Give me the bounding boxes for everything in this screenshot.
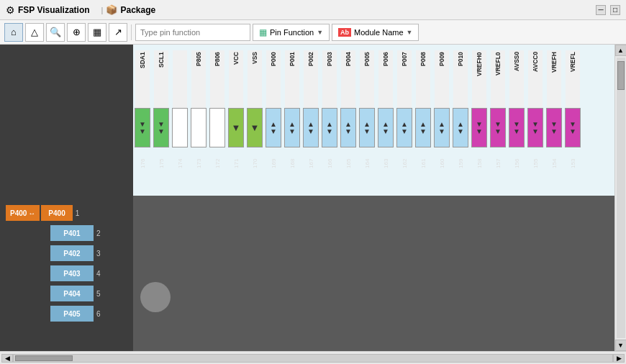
zoom-in-button[interactable]: 🔍 <box>46 23 65 42</box>
vscroll-up-button[interactable]: ▲ <box>615 45 627 56</box>
top-pin-col-176[interactable]: SDA1▼▼176 <box>134 50 151 180</box>
pin-body-171: ▼ <box>228 108 244 147</box>
top-pin-col-163[interactable]: P006▲▼163 <box>377 50 394 180</box>
pin-num-label-173: 173 <box>196 147 202 180</box>
top-pin-col-157[interactable]: VREFL0▼▼157 <box>489 50 507 180</box>
toolbar: ⌂ △ 🔍 ⊕ ▦ ↗ ▦ Pin Function ▼ Ab Module N… <box>0 20 626 45</box>
p405-pin[interactable]: P405 <box>50 306 94 322</box>
left-panel: P400 ↔ P400 1 P401 2 P402 3 <box>0 45 133 351</box>
top-pin-col-173[interactable]: P805173 <box>190 50 207 180</box>
top-pin-col-162[interactable]: P007▲▼162 <box>396 50 413 180</box>
pin-num-label-155: 155 <box>532 147 539 180</box>
pin-body-164: ▲▼ <box>359 108 375 147</box>
top-pin-col-166[interactable]: P003▲▼166 <box>321 50 338 180</box>
pin-num-label-169: 169 <box>271 147 277 180</box>
hscroll-right-button[interactable]: ▶ <box>613 354 625 363</box>
pin-arrow-165: ▲▼ <box>345 121 352 135</box>
pin-name-162: P007 <box>397 50 412 108</box>
top-pin-col-160[interactable]: P009▲▼160 <box>433 50 450 180</box>
pin-arrow-170: ▼ <box>250 123 260 132</box>
hscroll-left-button[interactable]: ◀ <box>1 354 13 363</box>
p404-pin[interactable]: P404 <box>50 286 94 301</box>
maximize-button[interactable]: □ <box>610 5 620 15</box>
home-button[interactable]: ⌂ <box>4 23 23 42</box>
vscroll-down-button[interactable]: ▼ <box>615 340 627 351</box>
top-pin-col-164[interactable]: P005▲▼164 <box>358 50 376 180</box>
p401-pin[interactable]: P401 <box>50 225 94 241</box>
pin-body-175: ▼▼ <box>153 108 169 147</box>
top-pin-col-161[interactable]: P008▲▼161 <box>414 50 432 180</box>
pin-name-156: AVSS0 <box>509 50 524 108</box>
top-pin-col-172[interactable]: P806172 <box>209 50 226 180</box>
pin-body-153: ▼▼ <box>565 108 581 147</box>
grid-button[interactable]: ▦ <box>88 23 106 42</box>
zoom-fit-button[interactable]: ⊕ <box>67 23 86 42</box>
pin-num-5: 5 <box>96 290 101 298</box>
horizontal-scrollbar[interactable]: ◀ ▶ <box>0 351 626 364</box>
top-pin-col-174[interactable]: 174 <box>171 50 189 180</box>
top-pin-col-171[interactable]: VCC▼171 <box>227 50 245 180</box>
pin-body-163: ▲▼ <box>378 108 394 147</box>
hscroll-track <box>13 354 613 363</box>
title-bar: ⚙ FSP Visualization | 📦 Package ─ □ <box>0 0 626 20</box>
pin-num-label-171: 171 <box>233 147 240 180</box>
top-pin-col-167[interactable]: P002▲▼167 <box>302 50 319 180</box>
pin-num-label-159: 159 <box>458 147 464 180</box>
corner-marker <box>140 282 171 312</box>
p400-box: P400 <box>41 205 72 221</box>
top-pin-col-159[interactable]: P010▲▼159 <box>452 50 469 180</box>
mountain-button[interactable]: △ <box>25 23 44 42</box>
top-pin-col-170[interactable]: VSS▼170 <box>246 50 263 180</box>
pin-name-164: P005 <box>360 50 374 108</box>
pin-arrow-176: ▼▼ <box>139 121 146 135</box>
p400-active-label[interactable]: P400 ↔ <box>6 205 40 221</box>
pin-arrow-171: ▼ <box>232 123 241 132</box>
p404-row: P404 5 <box>0 283 133 304</box>
pin-arrow-167: ▲▼ <box>307 121 314 135</box>
pin-body-170: ▼ <box>247 108 263 147</box>
pin-name-163: P006 <box>378 50 393 108</box>
main-layout: P400 ↔ P400 1 P401 2 P402 3 <box>0 45 626 364</box>
top-pin-col-168[interactable]: P001▲▼168 <box>283 50 301 180</box>
pin-num-label-167: 167 <box>308 147 314 180</box>
export-button[interactable]: ↗ <box>109 23 127 42</box>
p402-pin[interactable]: P402 <box>50 245 94 261</box>
vertical-scrollbar[interactable]: ▲ ▼ <box>614 45 626 351</box>
pin-name-153: VREFL <box>566 50 580 108</box>
pin-function-icon: ▦ <box>259 27 267 37</box>
p403-pin[interactable]: P403 <box>50 265 94 281</box>
top-pin-col-165[interactable]: P004▲▼165 <box>340 50 357 180</box>
pin-name-157: VREFL0 <box>491 50 505 108</box>
package-title: Package <box>120 5 155 15</box>
pin-arrow-159: ▲▼ <box>457 121 464 135</box>
toolbar-separator <box>131 24 132 40</box>
pin-body-174 <box>172 108 188 147</box>
module-name-label: Module Name <box>354 28 403 37</box>
search-input[interactable] <box>135 24 250 41</box>
top-pin-col-153[interactable]: VREFL▼▼153 <box>564 50 581 180</box>
top-pin-col-175[interactable]: SCL1▼▼175 <box>153 50 170 180</box>
pin-name-160: P009 <box>435 50 449 108</box>
pin-name-170: VSS <box>248 50 262 108</box>
pin-body-169: ▲▼ <box>266 108 281 147</box>
top-pin-col-156[interactable]: AVSS0▼▼156 <box>508 50 525 180</box>
top-pin-col-155[interactable]: AVCC0▼▼155 <box>527 50 544 180</box>
pin-arrow-155: ▼▼ <box>532 121 539 135</box>
pin-body-162: ▲▼ <box>396 108 412 147</box>
top-pin-col-158[interactable]: VREFH0▼▼158 <box>471 50 488 180</box>
pin-function-dropdown[interactable]: ▦ Pin Function ▼ <box>253 24 330 41</box>
pin-num-6: 6 <box>96 310 101 318</box>
pin-name-165: P004 <box>341 50 355 108</box>
top-pin-col-154[interactable]: VREFH▼▼154 <box>545 50 563 180</box>
pin-arrow-157: ▼▼ <box>494 121 502 135</box>
top-pin-col-169[interactable]: P000▲▼169 <box>265 50 282 180</box>
p405-row: P405 6 <box>0 304 133 324</box>
pin-body-168: ▲▼ <box>284 108 300 147</box>
app-window: ⚙ FSP Visualization | 📦 Package ─ □ ⌂ △ … <box>0 0 626 364</box>
viz-main: P400 ↔ P400 1 P401 2 P402 3 <box>0 45 626 351</box>
package-icon: 📦 <box>106 4 117 15</box>
minimize-button[interactable]: ─ <box>596 5 606 15</box>
module-name-dropdown[interactable]: Ab Module Name ▼ <box>332 24 419 41</box>
pin-arrow-168: ▲▼ <box>289 121 296 135</box>
pin-body-161: ▲▼ <box>415 108 431 147</box>
